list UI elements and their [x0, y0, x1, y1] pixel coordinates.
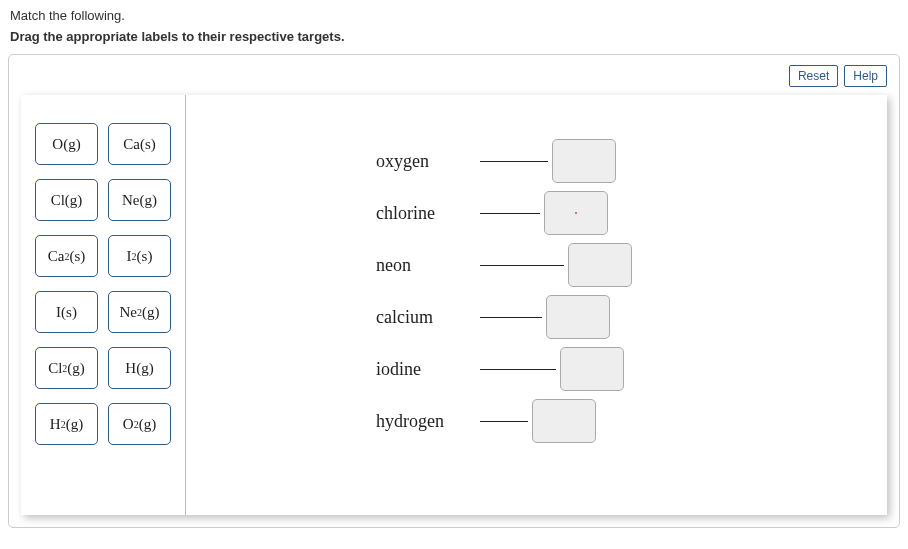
active-indicator-icon	[575, 212, 577, 214]
target-row-neon: neon	[376, 243, 632, 287]
drop-zone-neon[interactable]	[568, 243, 632, 287]
target-label-neon: neon	[376, 255, 476, 276]
connector-line	[480, 421, 528, 422]
drag-label-ne-g[interactable]: Ne(g)	[108, 179, 171, 221]
exercise-panel: Reset Help O(g)Ca(s)Cl(g)Ne(g)Ca2(s)I2(s…	[8, 54, 900, 528]
drag-label-h2-g[interactable]: H2(g)	[35, 403, 98, 445]
drop-zone-hydrogen[interactable]	[532, 399, 596, 443]
connector-line	[480, 265, 564, 266]
connector-line	[480, 161, 548, 162]
instruction-drag: Drag the appropriate labels to their res…	[10, 29, 900, 44]
target-row-chlorine: chlorine	[376, 191, 608, 235]
target-label-oxygen: oxygen	[376, 151, 476, 172]
target-label-calcium: calcium	[376, 307, 476, 328]
target-row-oxygen: oxygen	[376, 139, 616, 183]
labels-grid: O(g)Ca(s)Cl(g)Ne(g)Ca2(s)I2(s)I(s)Ne2(g)…	[35, 123, 171, 445]
drag-label-ne2-g[interactable]: Ne2(g)	[108, 291, 171, 333]
drag-label-cl2-g[interactable]: Cl2(g)	[35, 347, 98, 389]
drag-label-ca-s[interactable]: Ca(s)	[108, 123, 171, 165]
target-label-chlorine: chlorine	[376, 203, 476, 224]
drag-label-o2-g[interactable]: O2(g)	[108, 403, 171, 445]
target-label-hydrogen: hydrogen	[376, 411, 476, 432]
labels-column: O(g)Ca(s)Cl(g)Ne(g)Ca2(s)I2(s)I(s)Ne2(g)…	[21, 95, 186, 515]
drop-zone-calcium[interactable]	[546, 295, 610, 339]
drop-zone-oxygen[interactable]	[552, 139, 616, 183]
help-button[interactable]: Help	[844, 65, 887, 87]
drag-label-h-g[interactable]: H(g)	[108, 347, 171, 389]
drag-label-i-s[interactable]: I(s)	[35, 291, 98, 333]
workspace: O(g)Ca(s)Cl(g)Ne(g)Ca2(s)I2(s)I(s)Ne2(g)…	[21, 95, 887, 515]
drag-label-i2-s[interactable]: I2(s)	[108, 235, 171, 277]
target-row-calcium: calcium	[376, 295, 610, 339]
target-row-iodine: iodine	[376, 347, 624, 391]
drag-label-o-g[interactable]: O(g)	[35, 123, 98, 165]
instruction-intro: Match the following.	[10, 8, 900, 23]
connector-line	[480, 317, 542, 318]
target-row-hydrogen: hydrogen	[376, 399, 596, 443]
connector-line	[480, 369, 556, 370]
reset-button[interactable]: Reset	[789, 65, 838, 87]
drop-zone-chlorine[interactable]	[544, 191, 608, 235]
targets-column: oxygenchlorineneoncalciumiodinehydrogen	[186, 95, 887, 515]
drop-zone-iodine[interactable]	[560, 347, 624, 391]
drag-label-ca2-s[interactable]: Ca2(s)	[35, 235, 98, 277]
target-label-iodine: iodine	[376, 359, 476, 380]
connector-line	[480, 213, 540, 214]
drag-label-cl-g[interactable]: Cl(g)	[35, 179, 98, 221]
top-button-bar: Reset Help	[21, 65, 887, 87]
